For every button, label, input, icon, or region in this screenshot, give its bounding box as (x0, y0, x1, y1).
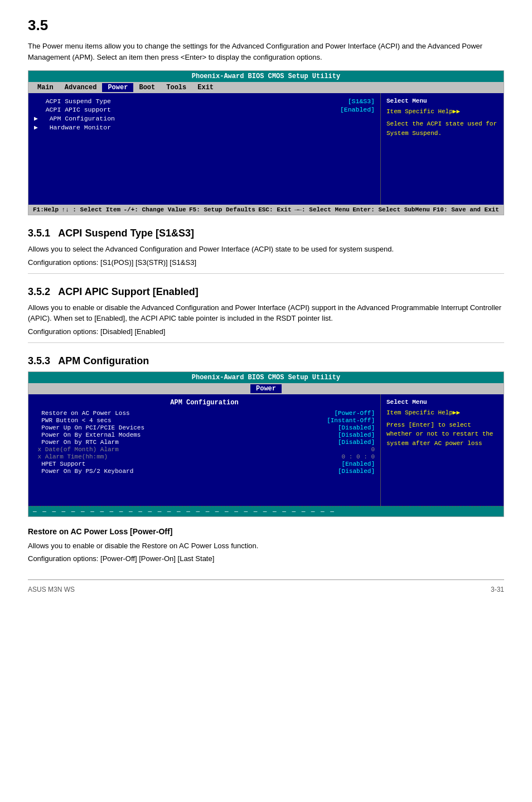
bios-menu-exit[interactable]: Exit (192, 83, 219, 92)
subsection-353-title: 3.5.3 APM Configuration (28, 355, 504, 367)
bios-apm-row-2: PWR Button < 4 secs [Instant-Off] (34, 417, 375, 424)
footer-left: ASUS M3N WS (28, 586, 75, 593)
bios-help-subtitle-2: Item Specific Help▶▶ (386, 409, 498, 416)
bios-apm-row-6: x Date(of Month) Alarm 0 (34, 446, 375, 453)
bios-help-text-2: Press [Enter] to select whether or not t… (386, 421, 498, 448)
footer-select-menu: →←: Select Menu (294, 206, 350, 213)
bios-left-2: APM Configuration Restore on AC Power Lo… (28, 394, 381, 506)
subsection-351-config: Configuration options: [S1(POS)] [S3(STR… (28, 258, 504, 267)
bios-help-subtitle-1: Item Specific Help▶▶ (386, 108, 498, 115)
bios-apm-row-4: Power On By External Modems [Disabled] (34, 432, 375, 438)
bios-footer-dashes: — — — — — — — — — — — — — — — — — — — — … (33, 508, 335, 515)
subsection-351-title: 3.5.1 ACPI Suspend Type [S1&S3] (28, 228, 504, 239)
subsection-352-title: 3.5.2 ACPI APIC Support [Enabled] (28, 286, 504, 298)
footer-esc: ESC: Exit (258, 206, 291, 213)
bios-menu-advanced[interactable]: Advanced (59, 83, 103, 92)
section-title: 3.5 (28, 17, 504, 34)
divider-2 (28, 342, 504, 343)
bios-box-2: Phoenix-Award BIOS CMOS Setup Utility Po… (28, 371, 504, 517)
bios-footer-1: F1:Help ↑↓ : Select Item -/+: Change Val… (28, 205, 504, 215)
bios-apm-header: APM Configuration (34, 399, 375, 407)
bios-help-title-1: Select Menu (386, 98, 498, 104)
restore-ac-config: Configuration options: [Power-Off] [Powe… (28, 554, 504, 563)
bios-row-apm-config: APM Configuration (34, 114, 375, 122)
subsection-352-desc: Allows you to enable or disable the Adva… (28, 302, 504, 324)
bios-apm-row-3: Power Up On PCI/PCIE Devices [Disabled] (34, 424, 375, 431)
footer-select-submenu: Enter: Select SubMenu (352, 206, 430, 213)
bios-menu-boot[interactable]: Boot (133, 83, 161, 92)
bios-apm-row-5: Power On by RTC Alarm [Disabled] (34, 439, 375, 446)
bios-apm-row-8: HPET Support [Enabled] (34, 461, 375, 467)
bios-apm-row-9: Power On By PS/2 Keyboard [Disabled] (34, 468, 375, 475)
footer-change-value: -/+: Change Value (123, 206, 186, 213)
footer-f1: F1:Help (33, 206, 59, 213)
bios-help-1: Select Menu Item Specific Help▶▶ Select … (381, 93, 504, 205)
bios-box-1: Phoenix-Award BIOS CMOS Setup Utility Ma… (28, 70, 504, 215)
bios-left-1: ACPI Suspend Type [S1&S3] ACPI APIC supp… (28, 93, 381, 205)
bios-apm-row-1: Restore on AC Power Loss [Power-Off] (34, 410, 375, 417)
bios-apm-row-7: x Alarm Time(hh:mm) 0 : 0 : 0 (34, 453, 375, 460)
bios-row-hw-monitor: Hardware Monitor (34, 123, 375, 131)
bios-menu-main[interactable]: Main (32, 83, 59, 92)
page-footer: ASUS M3N WS 3-31 (28, 579, 504, 593)
bios-help-title-2: Select Menu (386, 399, 498, 405)
bios-menu-bar-2: Power (28, 383, 504, 394)
bios-menu-tools[interactable]: Tools (161, 83, 192, 92)
bios-help-text-1: Select the ACPI state used for System Su… (386, 119, 498, 138)
section-desc: The Power menu items allow you to change… (28, 41, 504, 62)
bios-menu-power[interactable]: Power (102, 83, 133, 92)
bios-footer-2: — — — — — — — — — — — — — — — — — — — — … (28, 506, 504, 516)
bios-title-1: Phoenix-Award BIOS CMOS Setup Utility (28, 71, 504, 82)
bios-menu-bar-1: Main Advanced Power Boot Tools Exit (28, 82, 504, 93)
bios-row-acpi-suspend: ACPI Suspend Type [S1&S3] (34, 98, 375, 105)
footer-select-item: ↑↓ : Select Item (62, 206, 121, 213)
footer-right: 3-31 (491, 586, 504, 593)
footer-setup-defaults: F5: Setup Defaults (189, 206, 255, 213)
bios-help-2: Select Menu Item Specific Help▶▶ Press [… (381, 394, 504, 506)
footer-save-exit: F10: Save and Exit (433, 206, 499, 213)
restore-ac-desc: Allows you to enable or disable the Rest… (28, 540, 504, 552)
bios-body-2: APM Configuration Restore on AC Power Lo… (28, 394, 504, 506)
bios-row-acpi-apic: ACPI APIC support [Enabled] (34, 106, 375, 113)
bios-menu-power-2[interactable]: Power (250, 384, 282, 393)
subsection-351-desc: Allows you to select the Advanced Config… (28, 244, 504, 255)
bios-title-2: Phoenix-Award BIOS CMOS Setup Utility (28, 372, 504, 383)
subsection-352-config: Configuration options: [Disabled] [Enabl… (28, 327, 504, 336)
divider-1 (28, 273, 504, 274)
restore-ac-heading: Restore on AC Power Loss [Power-Off] (28, 527, 504, 536)
bios-body-1: ACPI Suspend Type [S1&S3] ACPI APIC supp… (28, 93, 504, 205)
